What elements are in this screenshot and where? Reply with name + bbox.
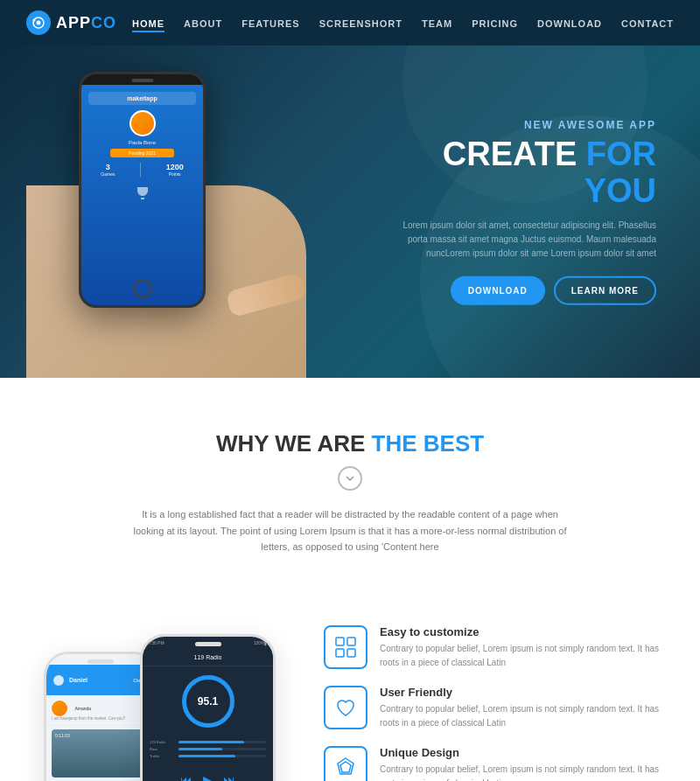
why-description: It is a long established fact that a rea…	[131, 506, 569, 555]
mock-controls: ⏮ ▶ ⏭	[143, 768, 273, 781]
nav-item-features[interactable]: FEATURES	[242, 15, 299, 31]
phone-trophy-icon	[134, 184, 151, 201]
nav-item-team[interactable]: TEAM	[422, 15, 452, 31]
features-list: Easy to customize Contrary to popular be…	[324, 625, 665, 781]
mock-phone-2: 4:36 PM 100%▌ 119 Radio 95.1 119 Radio B…	[140, 634, 276, 781]
mock-bar-area: 119 Radio Bass Treble	[143, 736, 273, 764]
svg-point-1	[37, 21, 41, 25]
mock-screen-1: Daniel Closed Amanda I am basejamp from …	[46, 654, 155, 781]
feature-1-desc: Contrary to popular belief, Lorem ipsum …	[380, 642, 665, 670]
phone-notch	[131, 79, 153, 82]
chat-image-block: 0:11:03	[52, 729, 150, 778]
download-button[interactable]: DOWNLOAD	[451, 275, 545, 304]
mock-header-1: Daniel Closed	[46, 665, 155, 695]
feature-1-icon-box	[324, 625, 368, 669]
svg-rect-6	[347, 649, 355, 657]
mock-phone-2-notch	[195, 642, 221, 646]
logo-icon	[26, 10, 51, 35]
svg-rect-3	[336, 638, 344, 645]
learn-more-button[interactable]: LEARN MORE	[554, 275, 656, 304]
nav-item-home[interactable]: HOME	[132, 15, 164, 31]
hero-subtitle: NEW AWESOME APP	[394, 119, 656, 131]
phone-user-name: Paola Bone	[88, 140, 196, 145]
mock-phone-1-notch	[88, 659, 114, 664]
hero-phone: makeitapp Paola Bone Pending 2021 3 Game…	[79, 72, 206, 308]
play-icon[interactable]: ▶	[203, 773, 213, 781]
phone-home	[133, 279, 152, 298]
feature-3-icon-box	[324, 746, 368, 781]
bar-row-3: Treble	[150, 754, 266, 758]
feature-2-title: User Friendly	[380, 686, 665, 699]
feature-3: Unique Design Contrary to popular belief…	[324, 746, 665, 781]
feature-3-title: Unique Design	[380, 746, 665, 759]
mock-screen-2: 4:36 PM 100%▌ 119 Radio 95.1 119 Radio B…	[143, 637, 273, 781]
svg-rect-5	[336, 649, 344, 657]
hero-phone-area: makeitapp Paola Bone Pending 2021 3 Game…	[26, 45, 324, 378]
feature-1: Easy to customize Contrary to popular be…	[324, 625, 665, 670]
feature-1-text: Easy to customize Contrary to popular be…	[380, 625, 665, 670]
feature-2-desc: Contrary to popular belief, Lorem ipsum …	[380, 702, 665, 730]
features-area: Daniel Closed Amanda I am basejamp from …	[0, 625, 700, 781]
phone-avatar	[130, 110, 156, 136]
hero-buttons: DOWNLOAD LEARN MORE	[394, 275, 656, 304]
next-icon[interactable]: ⏭	[223, 773, 235, 781]
nav-item-screenshort[interactable]: SCREENSHORT	[319, 15, 402, 31]
nav-item-pricing[interactable]: PRICING	[472, 15, 518, 31]
hero-content: NEW AWESOME APP CREATE FOR YOU Lorem ips…	[394, 119, 656, 305]
svg-rect-4	[347, 638, 355, 645]
navbar: APPCO HOME ABOUT FEATURES SCREENSHORT TE…	[0, 0, 700, 45]
bar-fill-3	[178, 755, 235, 757]
feature-2-text: User Friendly Contrary to popular belief…	[380, 686, 665, 730]
hero-section: makeitapp Paola Bone Pending 2021 3 Game…	[0, 45, 700, 378]
phone-stat-divider	[140, 163, 141, 177]
svg-point-2	[33, 19, 36, 22]
why-title: WHY WE ARE THE BEST	[52, 430, 648, 457]
feature-3-text: Unique Design Contrary to popular belief…	[380, 746, 665, 781]
mock-header-2: 119 Radio	[143, 649, 273, 666]
chat-name-1: Amanda	[74, 706, 91, 711]
chat-avatar-1	[52, 701, 67, 716]
mock-gauge: 95.1	[182, 675, 234, 728]
nav-item-download[interactable]: DOWNLOAD	[537, 15, 602, 31]
svg-marker-8	[340, 762, 351, 772]
nav-item-contact[interactable]: CONTACT	[621, 15, 674, 31]
bar-fill-2	[178, 748, 222, 750]
phone-pending-btn: Pending 2021	[110, 149, 175, 157]
chevron-down-icon[interactable]	[338, 466, 362, 491]
phone-stat-1: 3 Games	[101, 163, 115, 177]
bar-row-1: 119 Radio	[150, 740, 266, 744]
mock-header-icon	[53, 675, 64, 686]
feature-2: User Friendly Contrary to popular belief…	[324, 686, 665, 730]
nav-item-about[interactable]: ABOUT	[184, 15, 222, 31]
why-section: WHY WE ARE THE BEST It is a long establi…	[0, 378, 700, 625]
bar-row-2: Bass	[150, 747, 266, 751]
feature-1-title: Easy to customize	[380, 625, 665, 638]
phone-stats: 3 Games 1200 Points	[88, 163, 196, 177]
prev-icon[interactable]: ⏮	[180, 773, 192, 781]
chat-item-1: Amanda I am basejamp from the market. Ca…	[46, 695, 155, 726]
phone-stat-2: 1200 Points	[166, 163, 184, 177]
logo-text: APPCO	[56, 14, 116, 32]
hero-description: Lorem ipsum dolor sit amet, consectetur …	[394, 218, 656, 260]
phone-app-title: makeitapp	[88, 92, 196, 105]
bar-fill-1	[178, 741, 244, 743]
phones-mockup: Daniel Closed Amanda I am basejamp from …	[35, 625, 298, 781]
phone-screen: makeitapp Paola Bone Pending 2021 3 Game…	[81, 85, 203, 308]
nav-links: HOME ABOUT FEATURES SCREENSHORT TEAM PRI…	[132, 15, 674, 31]
logo[interactable]: APPCO	[26, 10, 116, 35]
feature-2-icon-box	[324, 686, 368, 729]
hero-title: CREATE FOR YOU	[394, 136, 656, 210]
feature-3-desc: Contrary to popular belief, Lorem ipsum …	[380, 763, 665, 781]
